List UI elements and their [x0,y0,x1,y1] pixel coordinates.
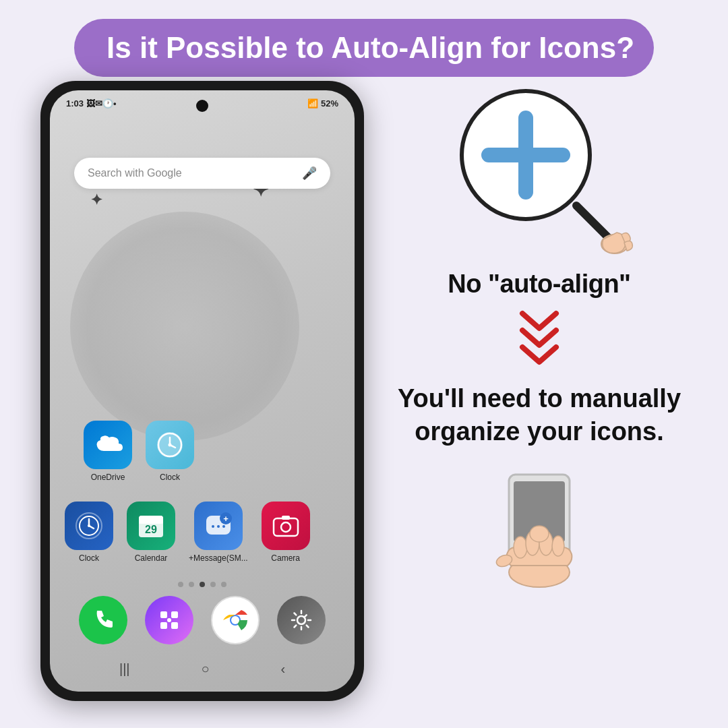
svg-point-9 [88,524,90,527]
svg-point-30 [231,616,239,624]
svg-line-35 [576,206,610,239]
settings-dock-icon [277,596,326,644]
calendar-icon: 29 [127,502,175,550]
app-calendar[interactable]: 29 Calendar [127,502,175,563]
svg-point-17 [212,525,214,528]
message-label: +Message(SM... [189,553,248,563]
manual-organize-text: You'll need to manuallyorganize your ico… [371,382,708,449]
nav-bar: ||| ○ ‹ [50,655,355,684]
phone-notch [196,100,208,112]
svg-rect-23 [160,611,167,618]
dot-4 [210,582,216,587]
nav-recent-icon: ||| [119,661,130,677]
phone-outer: 1:03 🖼✉🕐• 📶 52% ✦ ✦ Search with Google 🎤 [40,81,364,701]
svg-point-19 [222,525,225,528]
sparkle-icon: ✦ [90,191,102,209]
galaxy-dock-icon [145,596,193,644]
clock-top-label: Clock [160,473,180,482]
onedrive-icon [84,421,132,469]
dock-chrome[interactable] [211,596,260,644]
nav-back-icon: ‹ [280,661,285,677]
svg-rect-26 [171,622,178,629]
arrows-down [371,307,708,374]
chrome-dock-icon [211,596,260,644]
svg-point-45 [530,526,549,542]
wifi-icon: 📶 [307,98,318,109]
page-title: Is it Possible to Auto-Align for Icons? [107,31,621,65]
camera-label: Camera [271,553,300,563]
search-bar[interactable]: Search with Google 🎤 [74,158,330,189]
svg-point-43 [552,536,564,556]
svg-point-4 [169,444,172,447]
calendar-label: Calendar [135,553,168,563]
svg-point-40 [514,537,527,558]
app-row-2: Clock 29 Calendar [65,502,310,563]
arrows-svg [516,307,563,374]
dock-galaxy[interactable] [145,596,193,644]
dot-2 [189,582,194,587]
app-clock-top[interactable]: Clock [146,421,194,482]
phone-screen: 1:03 🖼✉🕐• 📶 52% ✦ ✦ Search with Google 🎤 [50,90,355,692]
mic-icon: 🎤 [302,166,317,181]
dot-5 [221,582,226,587]
status-right: 📶 52% [307,98,338,109]
battery-level: 52% [321,98,338,109]
svg-rect-25 [160,622,167,629]
dot-1 [178,582,183,587]
magnifier-illustration [371,81,708,256]
search-placeholder: Search with Google [88,167,182,179]
app-camera[interactable]: Camera [262,502,310,563]
right-panel: No "auto-align" You'll need to manuallyo… [371,81,708,589]
app-row-1: OneDrive Clock [84,421,194,482]
phone-dock-icon [79,596,127,644]
clock-top-icon [146,421,194,469]
svg-point-21 [281,522,291,532]
page-dots [50,582,355,587]
title-banner: Is it Possible to Auto-Align for Icons? [74,19,654,77]
magnifier-svg [438,81,640,256]
hand-phone-illustration [371,461,708,589]
camera-icon [262,502,310,550]
status-left: 1:03 🖼✉🕐• [66,98,117,109]
svg-text:+: + [223,514,229,524]
clock-bot-icon [65,502,113,550]
app-clock-bot[interactable]: Clock [65,502,113,563]
dot-3 [200,582,205,587]
svg-rect-22 [282,516,290,520]
bg-decoration [70,212,299,441]
status-time: 1:03 [66,98,84,109]
dock-settings[interactable] [277,596,326,644]
dock-row [50,596,355,644]
dock-phone[interactable] [79,596,127,644]
message-icon: + [194,502,243,550]
app-onedrive[interactable]: OneDrive [84,421,132,482]
svg-rect-20 [274,518,298,536]
svg-text:29: 29 [145,524,157,535]
svg-point-27 [167,618,171,622]
status-icons: 🖼✉🕐• [86,98,117,109]
phone-wrapper: 1:03 🖼✉🕐• 📶 52% ✦ ✦ Search with Google 🎤 [40,81,364,701]
svg-rect-24 [171,611,178,618]
no-auto-align-text: No "auto-align" [371,270,708,299]
onedrive-label: OneDrive [91,473,125,482]
nav-home-icon: ○ [201,661,209,677]
svg-point-18 [217,525,220,528]
clock-bot-label: Clock [79,553,99,563]
hand-phone-svg [465,461,613,589]
app-message[interactable]: + +Message(SM... [189,502,248,563]
